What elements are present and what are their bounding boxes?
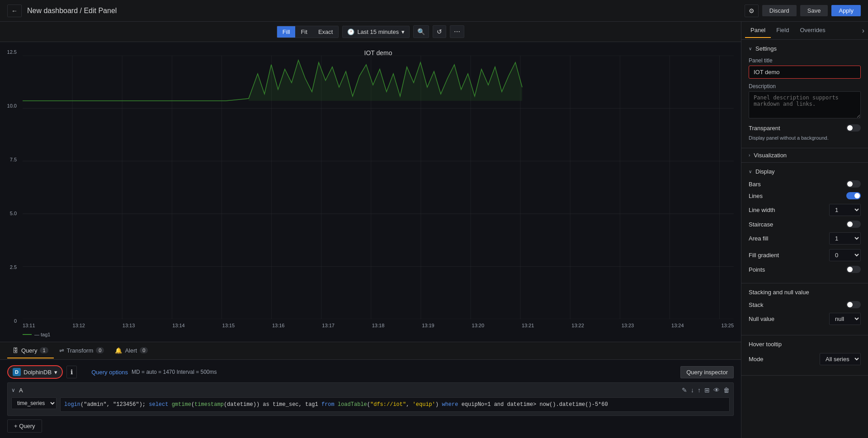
y-label-100: 10.0 (7, 103, 17, 108)
right-tab-overrides[interactable]: Overrides (794, 23, 830, 38)
staircase-toggle[interactable] (846, 221, 861, 228)
settings-label: Settings (755, 45, 777, 52)
refresh-button[interactable]: ↺ (433, 25, 446, 38)
chevron-down-icon: ▾ (54, 369, 57, 376)
sql-comma: , (406, 401, 412, 408)
y-label-50: 5.0 (10, 211, 17, 216)
add-query-button[interactable]: + Query (7, 419, 42, 433)
settings-chevron: ∨ (749, 46, 752, 51)
chevron-down-icon: ▾ (401, 28, 405, 35)
datasource-logo: D (13, 368, 21, 376)
stacking-header: Stacking and null value (749, 289, 861, 296)
fill-gradient-row: Fill gradient 0 (749, 249, 861, 261)
more-button[interactable]: ⋯ (450, 25, 464, 38)
duplicate-icon[interactable]: ⊞ (704, 386, 710, 394)
x-label-5: 13:16 (272, 323, 285, 328)
null-value-select[interactable]: null (829, 313, 861, 325)
sql-keyword-from: from (321, 401, 335, 408)
panel-title-field: Panel title (749, 57, 861, 83)
points-row: Points (749, 266, 861, 273)
fit-button[interactable]: Fit (295, 26, 312, 38)
description-textarea[interactable] (749, 91, 861, 118)
points-toggle[interactable] (846, 266, 861, 273)
database-icon: 🗄 (13, 347, 19, 354)
query-type-select[interactable]: time_series (11, 397, 57, 409)
y-label-125: 12.5 (7, 49, 17, 55)
sql-keyword-select: select (149, 401, 168, 408)
transform-tab-label: Transform (67, 347, 94, 354)
x-label-12: 13:23 (622, 323, 634, 328)
fill-gradient-select[interactable]: 0 (829, 249, 861, 261)
exact-button[interactable]: Exact (313, 26, 339, 38)
fill-button[interactable]: Fill (277, 26, 296, 38)
stack-label: Stack (749, 301, 764, 308)
stack-toggle[interactable] (846, 301, 861, 308)
null-value-label: Null value (749, 316, 774, 322)
chart-svg (23, 56, 734, 319)
transparent-field: Transparent Display panel without a back… (749, 124, 861, 141)
visibility-icon[interactable]: 👁 (713, 386, 720, 394)
tab-transform[interactable]: ⇌ Transform 0 (54, 344, 110, 358)
transparent-toggle[interactable] (846, 124, 861, 132)
lines-row: Lines (749, 192, 861, 199)
sql-where-clause: ) (435, 401, 442, 408)
chart-toolbar: Fill Fit Exact 🕐 Last 15 minutes ▾ 🔍 ↺ ⋯ (0, 22, 741, 42)
move-down-icon[interactable]: ↓ (691, 386, 694, 394)
sql-keyword-where: where (442, 401, 458, 408)
mode-row: Mode All series (749, 353, 861, 365)
query-options-link[interactable]: Query options (91, 369, 128, 376)
save-button[interactable]: Save (800, 5, 828, 16)
query-inspector-button[interactable]: Query inspector (680, 366, 734, 378)
panel-title-input[interactable] (749, 66, 861, 79)
sql-space (168, 401, 171, 408)
back-button[interactable]: ← (7, 5, 22, 17)
bars-toggle[interactable] (846, 180, 861, 188)
chart-area: IOT demo 12.5 10.0 7.5 5.0 2.5 0 (0, 42, 741, 342)
transform-tab-badge: 0 (96, 347, 104, 353)
top-bar: ← New dashboard / Edit Panel ⚙ Discard S… (0, 0, 868, 22)
edit-icon[interactable]: ✎ (682, 386, 687, 394)
query-body: ∨ A ✎ ↓ ↑ ⊞ 👁 🗑 time_series (7, 382, 734, 416)
tab-query[interactable]: 🗄 Query 1 (7, 344, 54, 358)
time-range-label: Last 15 minutes (357, 28, 399, 35)
transparent-label: Transparent (749, 125, 780, 132)
delete-icon[interactable]: 🗑 (723, 386, 730, 394)
transparent-desc: Display panel without a background. (749, 135, 861, 141)
tab-alert[interactable]: 🔔 Alert 0 (109, 344, 153, 358)
time-range-selector[interactable]: 🕐 Last 15 minutes ▾ (342, 26, 410, 38)
line-width-select[interactable]: 1 (829, 204, 861, 216)
top-bar-left: ← New dashboard / Edit Panel (7, 5, 117, 17)
lines-toggle[interactable] (846, 192, 861, 199)
fill-gradient-label: Fill gradient (749, 252, 779, 259)
zoom-button[interactable]: 🔍 (413, 25, 429, 38)
sql-where-rest: equipNo=1 and datetime> now().datetime()… (458, 401, 608, 408)
null-value-row: Null value null (749, 313, 861, 325)
query-input-row: time_series login("admin", "123456"); se… (11, 397, 730, 412)
right-tab-field[interactable]: Field (771, 23, 794, 38)
mode-select[interactable]: All series (820, 353, 861, 365)
x-label-3: 13:14 (172, 323, 185, 328)
datasource-selector[interactable]: D DolphinDB ▾ (7, 365, 63, 379)
display-header[interactable]: ∨ Display (749, 168, 861, 175)
display-label: Display (755, 168, 775, 175)
query-tab-badge: 1 (40, 347, 48, 353)
info-button[interactable]: ℹ (66, 366, 77, 378)
discard-button[interactable]: Discard (762, 5, 797, 16)
right-panel-toggle[interactable]: › (862, 27, 864, 35)
query-code[interactable]: login("admin", "123456"); select gmtime(… (60, 397, 730, 412)
right-tab-panel[interactable]: Panel (745, 23, 771, 38)
area-fill-select[interactable]: 1 (829, 232, 861, 245)
page-title: New dashboard / Edit Panel (27, 7, 117, 15)
move-up-icon[interactable]: ↑ (698, 386, 701, 394)
apply-button[interactable]: Apply (831, 5, 861, 16)
query-actions: ✎ ↓ ↑ ⊞ 👁 🗑 (682, 386, 730, 394)
visualization-header[interactable]: › Visualization (749, 152, 861, 159)
sql-string-equip: 'equip' (413, 401, 435, 408)
settings-header[interactable]: ∨ Settings (749, 45, 861, 52)
right-panel-tabs: Panel Field Overrides › (741, 22, 868, 40)
settings-button[interactable]: ⚙ (745, 5, 759, 17)
stack-row: Stack (749, 301, 861, 308)
sql-code-rest: ( (191, 401, 194, 408)
x-label-13: 13:24 (671, 323, 684, 328)
datasource-row: D DolphinDB ▾ ℹ Query options MD = auto … (7, 365, 734, 379)
